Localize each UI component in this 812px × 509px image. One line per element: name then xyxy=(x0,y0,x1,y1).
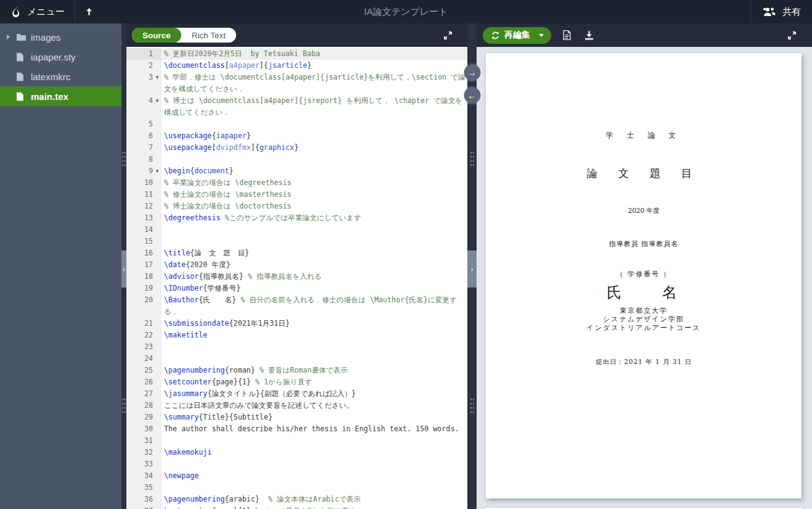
code-line-2[interactable]: 2\documentclass[a4paper]{jsarticle} xyxy=(126,60,467,72)
gutter: 8 xyxy=(126,154,162,165)
code-text: \pagenumbering{roman} % 要旨はRoman書体で表示 xyxy=(162,365,467,376)
code-line-33[interactable]: 33 xyxy=(126,458,467,470)
code-line-3[interactable]: 3▾% 学部，修士は \documentclass[a4paper]{jsart… xyxy=(126,72,467,95)
recompile-button-group: 再編集 xyxy=(483,27,551,44)
code-line-15[interactable]: 15 xyxy=(126,236,467,247)
file-name: iapaper.sty xyxy=(31,52,76,62)
code-line-18[interactable]: 18\advisor{指導教員名} % 指導教員名を入れる xyxy=(126,271,467,283)
code-line-16[interactable]: 16\title{論 文 題 目} xyxy=(126,247,467,259)
recompile-options-caret[interactable] xyxy=(534,27,551,44)
tab-source[interactable]: Source xyxy=(132,28,181,43)
fold-spacer xyxy=(153,318,162,329)
code-line-11[interactable]: 11% 修士論文の場合は \masterthesis xyxy=(126,189,467,201)
code-editor[interactable]: 1% 更新日2020年2月5日 by Tetsuaki Baba2\docume… xyxy=(126,47,467,509)
folder-expand-icon[interactable] xyxy=(0,35,16,39)
code-line-31[interactable]: 31 xyxy=(126,435,467,447)
code-line-30[interactable]: 30The author shall describe his/her thes… xyxy=(126,423,467,435)
pdf-viewer[interactable]: 学 士 論 文論 文 題 目2020 年度指導教員 指導教員名（ 学修番号 ）氏… xyxy=(477,47,812,509)
file-name: latexmkrc xyxy=(31,72,70,82)
fold-spacer xyxy=(153,118,162,130)
code-line-26[interactable]: 26\setcounter{page}{1} % 1から振り直す xyxy=(126,376,467,388)
code-line-20[interactable]: 20\Bauthor{氏 名} % 自分の名前を入れる．修士の場合は \Maut… xyxy=(126,294,467,318)
menu-button[interactable]: メニュー xyxy=(0,0,75,23)
gutter: 16 xyxy=(126,247,162,259)
code-line-4[interactable]: 4▾% 博士は \documentclass[a4paper]{jsreport… xyxy=(126,95,467,118)
code-line-19[interactable]: 19\IDnumber{学修番号} xyxy=(126,283,467,294)
share-button[interactable]: 共有 xyxy=(751,0,812,23)
code-line-27[interactable]: 27\jasummary{論文タイトル}{副題（必要であれば記入）} xyxy=(126,388,467,400)
fold-spacer xyxy=(153,224,162,236)
code-line-14[interactable]: 14 xyxy=(126,224,467,236)
code-line-8[interactable]: 8 xyxy=(126,154,467,165)
fold-arrow-icon[interactable]: ▾ xyxy=(153,72,162,95)
collapse-sidebar-handle[interactable]: ‹ xyxy=(121,250,126,288)
code-line-1[interactable]: 1% 更新日2020年2月5日 by Tetsuaki Baba xyxy=(126,48,467,60)
code-text: \maketitle xyxy=(162,329,467,341)
pdf-fullscreen-icon[interactable] xyxy=(778,23,806,47)
code-line-6[interactable]: 6\usepackage{iapaper} xyxy=(126,130,467,142)
file-item-images[interactable]: images xyxy=(0,27,121,47)
drag-handle-icon[interactable] xyxy=(470,397,474,414)
code-line-36[interactable]: 36\pagenumbering{arabic} % 論文本体はArabicで表… xyxy=(126,494,467,505)
collapse-editor-handle[interactable]: › xyxy=(467,250,477,288)
code-text: ここには日本語文章のみで論文要旨を記述してください。 xyxy=(162,400,467,412)
pdf-text-faculty: システムデザイン学部 xyxy=(486,315,802,324)
code-text: \advisor{指導教員名} % 指導教員名を入れる xyxy=(162,271,467,283)
code-line-24[interactable]: 24 xyxy=(126,353,467,365)
code-line-21[interactable]: 21\submissiondate{2021年1月31日} xyxy=(126,318,467,329)
download-pdf-icon[interactable] xyxy=(583,23,596,47)
line-number: 33 xyxy=(144,458,153,470)
code-text: \documentclass[a4paper]{jsarticle} xyxy=(162,60,467,72)
sync-to-pdf-button[interactable]: → xyxy=(464,64,480,81)
code-line-12[interactable]: 12% 博士論文の場合は \doctorthesis xyxy=(126,201,467,212)
code-line-10[interactable]: 10% 卒業論文の場合は \degreethesis xyxy=(126,177,467,189)
code-line-5[interactable]: 5 xyxy=(126,118,467,130)
menu-label: メニュー xyxy=(27,6,65,18)
code-line-29[interactable]: 29\summary{Title}{Subtitle} xyxy=(126,412,467,423)
code-line-13[interactable]: 13\degreethesis %このサンプルでは卒業論文にしています xyxy=(126,212,467,224)
fold-spacer xyxy=(153,412,162,423)
arrow-left-icon: ← xyxy=(467,90,477,101)
gutter: 4▾ xyxy=(126,95,162,118)
code-line-23[interactable]: 23 xyxy=(126,341,467,353)
upload-icon[interactable] xyxy=(75,0,103,23)
fold-arrow-icon[interactable]: ▾ xyxy=(153,165,162,177)
recompile-button[interactable]: 再編集 xyxy=(483,30,534,41)
editor-toolbar: Source Rich Text xyxy=(126,23,467,47)
pane-resizer-left[interactable]: ‹ xyxy=(121,23,126,509)
line-number: 26 xyxy=(144,376,153,388)
tab-rich-text[interactable]: Rich Text xyxy=(181,28,236,43)
gutter: 26 xyxy=(126,376,162,388)
file-item-latexmkrc[interactable]: latexmkrc xyxy=(0,67,121,86)
code-line-9[interactable]: 9▾\begin{document} xyxy=(126,165,467,177)
drag-handle-icon[interactable] xyxy=(122,397,126,414)
compile-log-icon[interactable] xyxy=(560,23,573,47)
code-line-37[interactable]: 37\setcounter{page}{1} % ページ番号を1から振り直す xyxy=(126,505,467,509)
file-item-main.tex[interactable]: main.tex xyxy=(0,86,121,106)
code-line-35[interactable]: 35 xyxy=(126,482,467,494)
line-number: 2 xyxy=(149,60,153,72)
file-item-iapaper.sty[interactable]: iapaper.sty xyxy=(0,47,121,67)
code-line-25[interactable]: 25\pagenumbering{roman} % 要旨はRoman書体で表示 xyxy=(126,365,467,376)
arrow-right-icon: → xyxy=(467,67,477,78)
code-line-32[interactable]: 32\makemokuji xyxy=(126,447,467,458)
line-number: 34 xyxy=(144,470,153,482)
code-line-22[interactable]: 22\maketitle xyxy=(126,329,467,341)
editor-fullscreen-icon[interactable] xyxy=(434,23,462,47)
gutter: 13 xyxy=(126,212,162,224)
drag-handle-icon[interactable] xyxy=(122,151,126,167)
code-line-7[interactable]: 7\usepackage[dvipdfmx]{graphicx} xyxy=(126,142,467,154)
code-text: \setcounter{page}{1} % ページ番号を1から振り直す xyxy=(162,505,467,509)
pdf-toolbar: 再編集 xyxy=(477,23,812,47)
fold-spacer xyxy=(153,329,162,341)
file-icon xyxy=(16,52,30,62)
code-line-28[interactable]: 28ここには日本語文章のみで論文要旨を記述してください。 xyxy=(126,400,467,412)
drag-handle-icon[interactable] xyxy=(470,151,474,167)
pane-resizer-right[interactable]: → ← › xyxy=(467,23,477,509)
code-text xyxy=(162,118,467,130)
code-line-17[interactable]: 17\date{2020 年度} xyxy=(126,259,467,271)
chevron-left-icon: ‹ xyxy=(123,265,125,273)
sync-to-code-button[interactable]: ← xyxy=(464,87,480,104)
code-line-34[interactable]: 34\newpage xyxy=(126,470,467,482)
fold-arrow-icon[interactable]: ▾ xyxy=(153,95,162,118)
